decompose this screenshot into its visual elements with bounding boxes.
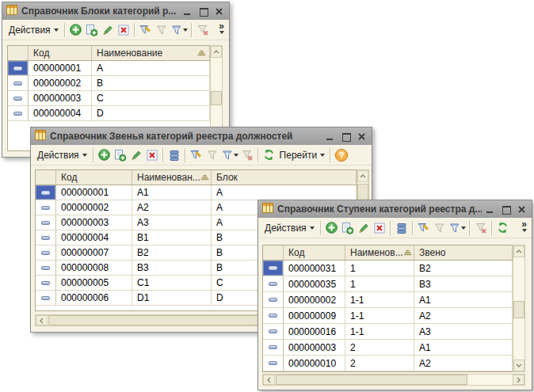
scroll-up-button[interactable] (357, 170, 368, 182)
table-row[interactable]: 000000001A1A (36, 185, 357, 200)
scroll-left-button[interactable] (36, 315, 48, 325)
table-cell[interactable]: B2 (132, 245, 212, 261)
refresh-button[interactable] (495, 219, 511, 237)
table-cell[interactable]: B3 (414, 276, 513, 292)
scrollbar-thumb[interactable] (211, 91, 222, 105)
current-row-marker[interactable] (263, 261, 284, 276)
table-cell[interactable]: 000000008 (56, 261, 132, 276)
add-copy-button[interactable] (113, 147, 128, 164)
scroll-down-button[interactable] (513, 360, 524, 371)
minimize-button[interactable] (326, 132, 334, 141)
table-cell[interactable]: 000000009 (284, 308, 345, 324)
scroll-up-button[interactable] (513, 245, 524, 257)
actions-menu-button[interactable]: Действия (34, 147, 90, 164)
filter-by-value-button[interactable] (154, 21, 170, 39)
row-marker[interactable] (263, 292, 284, 308)
table-cell[interactable]: B3 (132, 261, 212, 276)
row-marker[interactable] (263, 308, 284, 324)
filter-history-button[interactable] (448, 219, 467, 237)
table-cell[interactable]: 1-1 (345, 324, 414, 340)
row-marker[interactable] (36, 276, 56, 291)
table-row[interactable]: 000000001A (8, 61, 210, 76)
table-cell[interactable]: 000000010 (284, 356, 345, 371)
table-row[interactable]: 000000004D (8, 106, 210, 121)
row-marker[interactable] (36, 291, 56, 306)
titlebar[interactable]: Справочник Звенья категорий реестра долж… (31, 127, 372, 145)
row-marker[interactable] (36, 230, 56, 245)
column-header[interactable]: Код (284, 245, 345, 260)
clear-filter-button[interactable] (473, 219, 489, 237)
table-cell[interactable]: A2 (414, 308, 513, 324)
add-button[interactable] (324, 219, 340, 237)
table-cell[interactable]: D1 (132, 291, 212, 306)
row-marker[interactable] (36, 261, 56, 276)
toolbar-overflow-button[interactable]: » (219, 23, 226, 36)
column-header[interactable]: Наименован... (132, 170, 212, 185)
table-row[interactable]: 0000000102A2 (263, 356, 513, 371)
hierarchy-view-button[interactable] (394, 219, 410, 237)
go-to-menu-button[interactable]: Перейти (277, 147, 328, 164)
clear-filter-button[interactable] (195, 21, 211, 39)
table-cell[interactable]: B1 (132, 230, 212, 245)
row-marker[interactable] (8, 76, 29, 91)
scroll-right-button[interactable] (513, 375, 524, 385)
row-marker[interactable] (263, 340, 284, 356)
scroll-up-button[interactable] (211, 46, 222, 58)
hierarchy-view-button[interactable] (166, 147, 182, 164)
column-header[interactable]: Код (56, 170, 132, 185)
table-row[interactable]: 000000002B (8, 76, 210, 91)
table-row[interactable]: 0000000021-1A1 (263, 292, 513, 308)
table-cell[interactable]: D (92, 106, 210, 121)
table-cell[interactable]: A3 (132, 215, 212, 230)
table-cell[interactable]: 000000003 (29, 91, 92, 106)
table-cell[interactable]: 000000031 (284, 261, 345, 276)
table-cell[interactable]: 000000002 (284, 292, 345, 308)
table-cell[interactable]: C1 (132, 276, 212, 291)
scroll-left-button[interactable] (263, 375, 275, 385)
scrollbar-thumb[interactable] (513, 301, 524, 318)
close-button[interactable] (517, 205, 526, 214)
table-cell[interactable]: 1-1 (345, 308, 414, 324)
table-cell[interactable]: 000000005 (56, 276, 132, 291)
edit-button[interactable] (128, 147, 144, 164)
row-marker[interactable] (263, 356, 284, 371)
maximize-button[interactable] (502, 205, 510, 214)
table-row[interactable]: 0000000161-1A3 (263, 324, 513, 340)
maximize-button[interactable] (341, 132, 350, 141)
filter-by-value-button[interactable] (432, 219, 448, 237)
row-marker[interactable] (8, 106, 29, 121)
scrollbar-thumb[interactable] (276, 375, 467, 385)
configure-filter-button[interactable] (416, 219, 432, 237)
row-marker[interactable] (36, 245, 56, 261)
table-row[interactable]: 0000000032A1 (263, 340, 513, 356)
filter-by-value-button[interactable] (204, 147, 220, 164)
configure-filter-button[interactable] (189, 147, 204, 164)
table-row[interactable]: 0000000351B3 (263, 276, 513, 292)
refresh-button[interactable] (261, 147, 277, 164)
table-cell[interactable]: 2 (345, 340, 414, 356)
table-cell[interactable]: 000000002 (29, 76, 92, 91)
close-button[interactable] (215, 7, 223, 16)
delete-button[interactable] (144, 147, 160, 164)
vertical-scrollbar[interactable] (513, 245, 525, 372)
table-row[interactable]: 0000000311B2 (263, 261, 513, 276)
table-cell[interactable]: B (92, 76, 210, 91)
edit-button[interactable] (100, 21, 116, 39)
table-cell[interactable]: 000000016 (284, 324, 345, 340)
table-cell[interactable]: 1 (345, 261, 414, 276)
maximize-button[interactable] (199, 7, 208, 16)
table-cell[interactable]: B2 (414, 261, 513, 276)
configure-filter-button[interactable] (138, 21, 154, 39)
minimize-button[interactable] (486, 205, 494, 214)
add-copy-button[interactable] (340, 219, 356, 237)
table-cell[interactable]: 1-1 (345, 292, 414, 308)
table-cell[interactable]: 000000002 (56, 200, 132, 215)
clear-filter-button[interactable] (239, 147, 255, 164)
table-cell[interactable]: A1 (414, 340, 513, 356)
table-cell[interactable]: 000000004 (56, 230, 132, 245)
add-button[interactable] (68, 21, 84, 39)
actions-menu-button[interactable]: Действия (261, 219, 318, 237)
horizontal-scrollbar[interactable] (262, 374, 525, 386)
delete-button[interactable] (372, 219, 387, 237)
table-cell[interactable]: 2 (345, 356, 414, 371)
